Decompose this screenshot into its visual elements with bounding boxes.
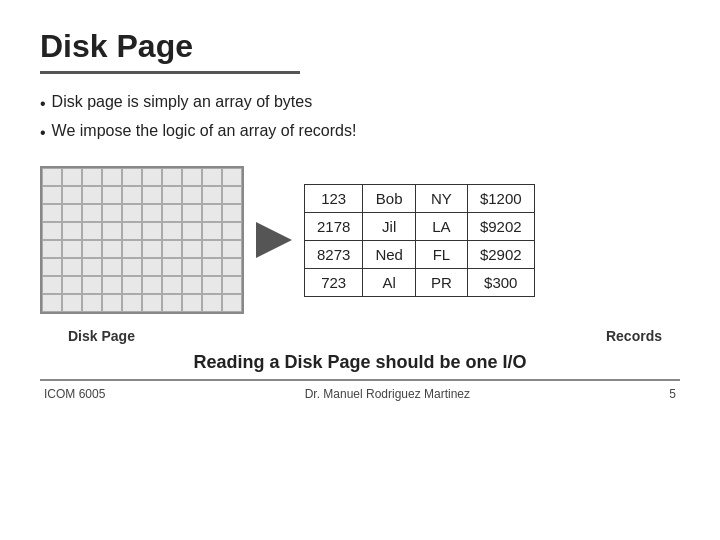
disk-cell xyxy=(82,186,102,204)
table-cell: $2902 xyxy=(467,240,534,268)
disk-cell xyxy=(42,186,62,204)
footer-left: ICOM 6005 xyxy=(44,387,105,401)
disk-cell xyxy=(142,186,162,204)
label-row: Disk Page Records xyxy=(40,328,680,344)
footer: ICOM 6005 Dr. Manuel Rodriguez Martinez … xyxy=(40,387,680,401)
disk-cell xyxy=(102,222,122,240)
disk-cell xyxy=(122,222,142,240)
disk-cell xyxy=(222,186,242,204)
disk-cell xyxy=(142,276,162,294)
disk-cell xyxy=(182,258,202,276)
disk-cell xyxy=(42,258,62,276)
table-cell: NY xyxy=(415,184,467,212)
disk-cell xyxy=(182,294,202,312)
disk-cell xyxy=(82,168,102,186)
disk-cell xyxy=(162,168,182,186)
disk-cell xyxy=(182,222,202,240)
content-area: 123BobNY$12002178JilLA$92028273NedFL$290… xyxy=(40,166,680,314)
disk-grid xyxy=(40,166,244,314)
disk-cell xyxy=(102,168,122,186)
disk-cell xyxy=(42,294,62,312)
disk-cell xyxy=(42,222,62,240)
table-row: 723AlPR$300 xyxy=(305,268,535,296)
disk-cell xyxy=(62,186,82,204)
slide-title: Disk Page xyxy=(40,28,680,65)
disk-cell xyxy=(142,294,162,312)
arrow-icon xyxy=(256,222,292,258)
disk-cell xyxy=(62,276,82,294)
table-cell: 2178 xyxy=(305,212,363,240)
disk-cell xyxy=(222,294,242,312)
disk-cell xyxy=(202,186,222,204)
disk-cell xyxy=(182,186,202,204)
records-wrap: 123BobNY$12002178JilLA$92028273NedFL$290… xyxy=(304,184,535,297)
disk-cell xyxy=(162,276,182,294)
disk-cell xyxy=(102,204,122,222)
bottom-divider xyxy=(40,379,680,381)
disk-cell xyxy=(62,168,82,186)
arrow-wrap xyxy=(244,222,304,258)
disk-cell xyxy=(62,204,82,222)
disk-cell xyxy=(42,240,62,258)
disk-cell xyxy=(222,168,242,186)
disk-cell xyxy=(42,276,62,294)
disk-cell xyxy=(122,186,142,204)
disk-cell xyxy=(122,168,142,186)
disk-cell xyxy=(122,294,142,312)
table-cell: $300 xyxy=(467,268,534,296)
bullets: • Disk page is simply an array of bytes … xyxy=(40,88,680,146)
disk-cell xyxy=(222,258,242,276)
table-cell: Al xyxy=(363,268,416,296)
disk-cell xyxy=(202,294,222,312)
disk-cell xyxy=(182,240,202,258)
disk-cell xyxy=(82,204,102,222)
disk-cell xyxy=(82,240,102,258)
disk-grid-wrap xyxy=(40,166,244,314)
disk-cell xyxy=(142,204,162,222)
disk-page-label: Disk Page xyxy=(68,328,135,344)
disk-cell xyxy=(202,240,222,258)
bullet-text-2: We impose the logic of an array of recor… xyxy=(52,117,357,144)
reading-text: Reading a Disk Page should be one I/O xyxy=(193,352,526,372)
table-row: 123BobNY$1200 xyxy=(305,184,535,212)
disk-cell xyxy=(62,294,82,312)
disk-cell xyxy=(102,294,122,312)
disk-cell xyxy=(202,168,222,186)
disk-cell xyxy=(82,294,102,312)
footer-right: 5 xyxy=(669,387,676,401)
disk-cell xyxy=(102,186,122,204)
table-cell: Jil xyxy=(363,212,416,240)
disk-cell xyxy=(102,258,122,276)
disk-cell xyxy=(82,276,102,294)
table-cell: 123 xyxy=(305,184,363,212)
disk-cell xyxy=(82,258,102,276)
disk-cell xyxy=(102,240,122,258)
disk-cell xyxy=(62,240,82,258)
table-cell: FL xyxy=(415,240,467,268)
table-cell: $9202 xyxy=(467,212,534,240)
disk-cell xyxy=(222,276,242,294)
disk-cell xyxy=(102,276,122,294)
disk-cell xyxy=(122,240,142,258)
bullet-text-1: Disk page is simply an array of bytes xyxy=(52,88,313,115)
disk-cell xyxy=(162,186,182,204)
disk-cell xyxy=(42,204,62,222)
disk-cell xyxy=(182,276,202,294)
disk-cell xyxy=(142,258,162,276)
records-side-label: Records xyxy=(606,328,662,344)
table-cell: 723 xyxy=(305,268,363,296)
table-cell: $1200 xyxy=(467,184,534,212)
disk-cell xyxy=(202,222,222,240)
disk-cell xyxy=(142,168,162,186)
disk-cell xyxy=(62,222,82,240)
disk-cell xyxy=(202,258,222,276)
disk-cell xyxy=(162,240,182,258)
disk-cell xyxy=(162,258,182,276)
disk-cell xyxy=(202,276,222,294)
disk-cell xyxy=(222,222,242,240)
disk-cell xyxy=(182,168,202,186)
disk-cell xyxy=(222,204,242,222)
disk-cell xyxy=(142,222,162,240)
disk-cell xyxy=(142,240,162,258)
table-cell: LA xyxy=(415,212,467,240)
